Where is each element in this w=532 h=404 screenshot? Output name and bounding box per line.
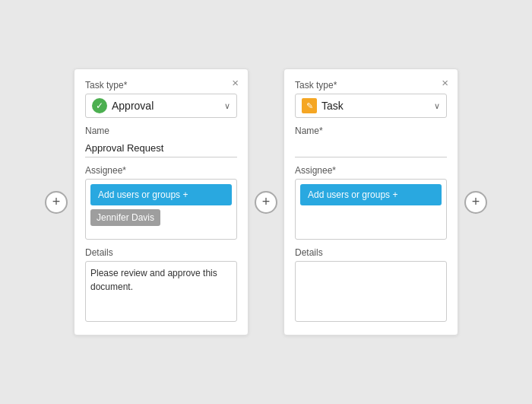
add-right-button[interactable]: + xyxy=(464,191,487,214)
task-type-value-1: Approval xyxy=(112,100,220,112)
details-label-1: Details xyxy=(85,247,237,258)
assignee-label-2: Assignee* xyxy=(295,165,447,176)
add-left-icon: + xyxy=(52,194,61,210)
add-users-button-2[interactable]: Add users or groups + xyxy=(300,184,442,205)
add-middle-icon: + xyxy=(262,194,271,210)
task-type-label-2: Task type* xyxy=(295,80,447,91)
task-type-value-2: Task xyxy=(321,100,429,112)
add-users-button-1[interactable]: Add users or groups + xyxy=(90,184,232,205)
task-card: × Task type* ✎ Task ∨ Name* Assignee* Ad… xyxy=(283,68,458,336)
details-input-1[interactable]: Please review and approve this document. xyxy=(85,261,237,322)
task-type-select-1[interactable]: ✓ Approval ∨ xyxy=(85,94,237,118)
name-input-2[interactable] xyxy=(295,139,447,157)
name-label-2: Name* xyxy=(295,126,447,136)
workflow-container: + × Task type* ✓ Approval ∨ Name Assigne… xyxy=(24,53,508,351)
details-input-2[interactable] xyxy=(295,261,447,322)
task-type-label-1: Task type* xyxy=(85,80,237,91)
approval-card: × Task type* ✓ Approval ∨ Name Assignee*… xyxy=(74,68,249,336)
assignee-tag-1: Jennifer Davis xyxy=(90,209,160,226)
chevron-down-icon-2: ∨ xyxy=(434,101,440,111)
approval-icon: ✓ xyxy=(92,98,107,113)
task-type-select-2[interactable]: ✎ Task ∨ xyxy=(295,94,447,118)
close-task-button[interactable]: × xyxy=(442,77,448,88)
chevron-down-icon-1: ∨ xyxy=(224,101,230,111)
task-pencil-icon: ✎ xyxy=(306,101,313,111)
task-icon: ✎ xyxy=(302,98,317,113)
add-middle-button[interactable]: + xyxy=(255,191,277,214)
close-approval-button[interactable]: × xyxy=(232,77,239,88)
add-left-button[interactable]: + xyxy=(45,191,68,214)
approval-check: ✓ xyxy=(96,100,103,111)
assignee-box-1: Add users or groups + Jennifer Davis xyxy=(85,179,237,240)
assignee-box-2: Add users or groups + xyxy=(295,179,447,240)
assignee-label-1: Assignee* xyxy=(85,165,237,176)
name-input-1[interactable] xyxy=(85,139,237,157)
details-label-2: Details xyxy=(295,247,447,258)
add-right-icon: + xyxy=(472,194,480,210)
name-label-1: Name xyxy=(85,126,237,136)
